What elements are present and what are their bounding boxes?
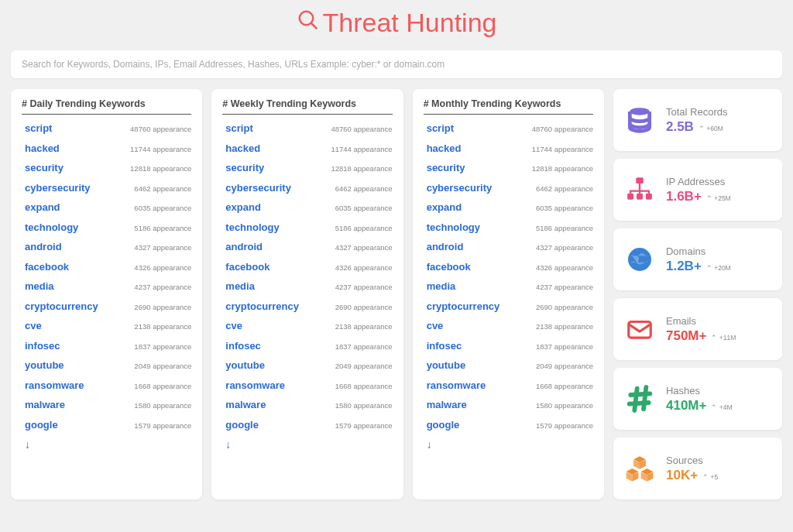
- keyword-link[interactable]: script: [25, 122, 52, 134]
- keyword-link[interactable]: ransomware: [225, 379, 285, 391]
- keyword-count: 2690 appearance: [536, 303, 593, 311]
- stat-card-sitemap[interactable]: IP Addresses1.6B+⌃ +25M: [613, 159, 782, 221]
- hash-icon: [624, 383, 655, 414]
- keyword-count: 6035 appearance: [335, 204, 393, 212]
- show-more-arrow[interactable]: ↓: [427, 438, 593, 451]
- keyword-link[interactable]: media: [225, 280, 255, 292]
- keyword-link[interactable]: malware: [225, 399, 266, 410]
- stat-label: Domains: [666, 245, 731, 257]
- stat-card-envelope[interactable]: Emails750M+⌃ +11M: [613, 298, 782, 360]
- keyword-link[interactable]: google: [427, 419, 460, 431]
- keyword-link[interactable]: ransomware: [427, 379, 486, 391]
- keyword-link[interactable]: cybersecurity: [25, 182, 91, 194]
- keyword-row: malware1580 appearance: [25, 399, 191, 410]
- keyword-link[interactable]: technology: [225, 221, 279, 233]
- keyword-row: cybersecurity6462 appearance: [427, 182, 593, 194]
- stat-card-globe[interactable]: Domains1.2B+⌃ +20M: [613, 228, 782, 290]
- keyword-link[interactable]: youtube: [25, 359, 64, 371]
- show-more-arrow[interactable]: ↓: [225, 438, 392, 451]
- keyword-link[interactable]: technology: [25, 221, 78, 233]
- keyword-link[interactable]: cryptocurrency: [25, 300, 98, 312]
- keyword-count: 1580 appearance: [335, 401, 393, 410]
- svg-line-11: [634, 389, 637, 410]
- keyword-link[interactable]: cybersecurity: [225, 182, 291, 194]
- stat-label: Hashes: [666, 385, 733, 396]
- show-more-arrow[interactable]: ↓: [25, 438, 191, 451]
- keyword-link[interactable]: facebook: [427, 261, 471, 273]
- svg-line-1: [311, 23, 317, 29]
- keyword-link[interactable]: expand: [225, 201, 261, 213]
- keyword-link[interactable]: expand: [25, 201, 60, 213]
- keyword-count: 2138 appearance: [134, 322, 191, 331]
- keyword-row: cybersecurity6462 appearance: [25, 182, 191, 194]
- keyword-link[interactable]: security: [225, 162, 264, 173]
- stat-card-cubes[interactable]: Sources10K+⌃ +5: [613, 438, 782, 499]
- keyword-link[interactable]: infosec: [427, 340, 462, 352]
- keyword-link[interactable]: facebook: [225, 261, 269, 273]
- keyword-row: hacked11744 appearance: [225, 142, 392, 154]
- keyword-count: 12818 appearance: [130, 164, 191, 173]
- keyword-link[interactable]: facebook: [25, 261, 69, 273]
- keyword-link[interactable]: cve: [25, 320, 42, 331]
- keyword-count: 11744 appearance: [532, 145, 593, 153]
- keyword-row: hacked11744 appearance: [25, 142, 191, 154]
- search-input[interactable]: [11, 50, 782, 78]
- keyword-link[interactable]: hacked: [225, 142, 260, 154]
- keyword-link[interactable]: google: [25, 419, 58, 431]
- keyword-count: 1668 appearance: [134, 382, 191, 390]
- keyword-count: 2138 appearance: [536, 322, 593, 331]
- svg-line-12: [644, 387, 646, 409]
- database-icon: [624, 105, 655, 136]
- keyword-count: 4237 appearance: [536, 283, 593, 291]
- keyword-link[interactable]: youtube: [427, 359, 466, 371]
- stat-card-hash[interactable]: Hashes410M+⌃ +4M: [613, 368, 782, 430]
- keyword-link[interactable]: android: [25, 241, 62, 252]
- keyword-link[interactable]: android: [225, 241, 263, 252]
- keyword-count: 48760 appearance: [532, 125, 593, 133]
- panel-title: # Weekly Trending Keywords: [222, 98, 392, 115]
- keyword-row: facebook4326 appearance: [25, 261, 191, 273]
- keyword-link[interactable]: security: [427, 162, 465, 173]
- keyword-link[interactable]: expand: [427, 201, 462, 213]
- keyword-link[interactable]: cybersecurity: [427, 182, 493, 194]
- keyword-link[interactable]: script: [225, 122, 252, 134]
- keyword-row: media4237 appearance: [225, 280, 392, 292]
- keyword-link[interactable]: security: [25, 162, 64, 173]
- keyword-link[interactable]: media: [427, 280, 456, 292]
- keyword-row: android4327 appearance: [225, 241, 392, 252]
- keyword-link[interactable]: malware: [427, 399, 467, 410]
- daily-keywords-panel: # Daily Trending Keywords script48760 ap…: [11, 89, 202, 499]
- keyword-link[interactable]: infosec: [25, 340, 60, 352]
- keyword-count: 2690 appearance: [335, 303, 393, 311]
- keyword-link[interactable]: youtube: [225, 359, 265, 371]
- keyword-link[interactable]: script: [427, 122, 454, 134]
- stat-label: Emails: [666, 315, 736, 327]
- panel-title: # Daily Trending Keywords: [22, 98, 191, 115]
- keyword-row: android4327 appearance: [25, 241, 191, 252]
- keyword-row: infosec1837 appearance: [25, 340, 191, 352]
- keyword-link[interactable]: cve: [427, 320, 444, 331]
- keyword-link[interactable]: ransomware: [25, 379, 84, 391]
- sitemap-icon: [624, 174, 655, 205]
- keyword-row: security12818 appearance: [225, 162, 392, 173]
- svg-point-2: [630, 108, 649, 115]
- keyword-link[interactable]: google: [225, 419, 259, 431]
- keyword-link[interactable]: android: [427, 241, 464, 252]
- stat-delta: ⌃ +20M: [706, 264, 731, 272]
- keyword-row: malware1580 appearance: [225, 399, 392, 410]
- keyword-link[interactable]: cryptocurrency: [427, 300, 500, 312]
- keyword-link[interactable]: hacked: [25, 142, 60, 154]
- keyword-list: script48760 appearancehacked11744 appear…: [22, 122, 191, 451]
- keyword-link[interactable]: cve: [225, 320, 242, 331]
- keyword-link[interactable]: media: [25, 280, 54, 292]
- keyword-link[interactable]: malware: [25, 399, 65, 410]
- keyword-link[interactable]: hacked: [427, 142, 462, 154]
- keyword-link[interactable]: cryptocurrency: [225, 300, 299, 312]
- svg-rect-8: [629, 322, 651, 338]
- keyword-link[interactable]: technology: [427, 221, 480, 233]
- stat-card-database[interactable]: Total Records2.5B⌃ +60M: [613, 89, 782, 151]
- keyword-link[interactable]: infosec: [225, 340, 261, 352]
- keyword-row: script48760 appearance: [427, 122, 593, 134]
- keyword-count: 1837 appearance: [536, 342, 593, 351]
- monthly-keywords-panel: # Monthly Trending Keywords script48760 …: [413, 89, 604, 499]
